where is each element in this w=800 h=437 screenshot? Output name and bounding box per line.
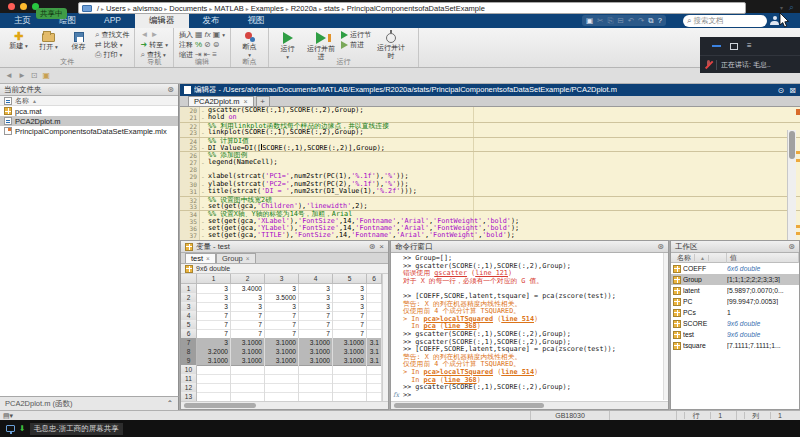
compare-button[interactable]: ⇄比较▾ [95,40,129,49]
column-header[interactable]: 1 [197,274,231,284]
advance-button[interactable]: 前进 [341,40,371,49]
back-icon[interactable]: ◄ [5,71,13,80]
table-row[interactable]: 12 [181,383,382,392]
panel-menu-icon[interactable]: ⊛ [788,242,795,251]
workspace-column-headers[interactable]: 名称 ▲ 值 [671,253,799,263]
table-row[interactable]: 133.4000333 [181,284,382,293]
workspace-row[interactable]: latent[5.9897;0.0070;0... [671,285,799,296]
grid-cell[interactable] [197,392,231,401]
browse-icon[interactable]: ⊡ [31,71,38,80]
profile-icon[interactable] [770,16,779,25]
table-row[interactable]: 83.20003.10003.10003.10003.10003.1 [181,347,382,356]
workspace-row[interactable]: SCORE9x6 double [671,318,799,329]
up-folder-icon[interactable]: ▣ [43,71,51,80]
save-button[interactable]: 保存 [65,30,92,51]
scrollbar-thumb[interactable] [394,403,544,408]
workspace-row[interactable]: COEFF6x6 double [671,263,799,274]
command-vscrollbar[interactable] [663,253,668,400]
workspace-row[interactable]: tsquare[7.1111;7.1111;1... [671,340,799,351]
message-indicator[interactable] [796,109,800,115]
workspace-row[interactable]: PC[99.9947;0.0053] [671,296,799,307]
window-mode-icon[interactable] [730,43,738,50]
tab-apps[interactable]: APP [90,13,135,28]
cut-icon[interactable]: ✂ [597,15,603,26]
share-text[interactable]: 毛息忠-浙工商的屏幕共享 [30,423,123,435]
run-time-button[interactable]: 运行并计时 [374,30,408,59]
scrollbar-thumb[interactable] [184,403,256,408]
variables-hscrollbar[interactable] [181,401,388,409]
close-icon[interactable]: × [379,242,384,251]
column-header[interactable]: 5 [333,274,367,284]
panel-menu-icon[interactable]: ⊛ [369,242,376,251]
mic-muted-icon[interactable] [705,60,712,69]
tab-publish[interactable]: 发布 [189,13,234,28]
goto-button[interactable]: ➜转至▾ [140,40,167,49]
breadcrumb-segment[interactable]: R2020a [291,4,317,13]
breadcrumb-segment[interactable]: PrincipalComponentsofaDataSetExample [347,4,485,13]
breadcrumb-segment[interactable]: MATLAB [214,4,243,13]
table-row[interactable]: 577777 [181,320,382,329]
warning-marker[interactable] [796,151,800,154]
comment-button[interactable]: 注释%⊘⊜ [179,40,225,49]
breadcrumb-segment[interactable]: Documents [169,4,207,13]
file-row[interactable]: PrincipalComponentsofaDataSetExample.mlx [0,126,178,136]
editor-header[interactable]: 编辑器 - /Users/alvismao/Documents/MATLAB/E… [180,84,800,96]
forward-icon[interactable]: ► [150,30,158,39]
copy-icon[interactable]: ⎘ [607,15,613,26]
insert-button[interactable]: 插入▦fx▣▾ [179,30,225,39]
gear-icon[interactable]: ⊙ [778,86,785,95]
column-header[interactable]: 4 [299,274,333,284]
file-row[interactable]: pca.mat [0,106,178,116]
editor-tab[interactable]: PCA2Dplot.m × [188,96,254,106]
breadcrumb-segment[interactable]: / [97,4,99,13]
table-row[interactable]: 2333.500033 [181,293,382,302]
tab-view[interactable]: 视图 [234,13,279,28]
file-details-bar[interactable]: PCA2Dplot.m (函数) ⌃ [0,396,179,410]
table-row[interactable]: 733.10003.10003.10003.10003.1 [181,338,382,347]
table-row[interactable]: 333333 [181,302,382,311]
stack-link[interactable]: line 514 [501,315,534,323]
scrollbar-thumb[interactable] [789,131,795,159]
close-icon[interactable]: × [243,98,247,105]
warning-marker[interactable] [796,159,800,162]
paste-icon[interactable]: ⊟ [617,15,623,26]
search-folder-icon[interactable]: ⌕ [789,2,794,13]
breadcrumb-segment[interactable]: Users [106,4,126,13]
breadcrumb-segment[interactable]: stats [324,4,340,13]
warning-marker[interactable] [796,225,800,228]
workspace-row[interactable]: Group[1;1;1;2;2;2;3;3;3] [671,274,799,285]
command-hscrollbar[interactable] [391,401,668,409]
file-list-header[interactable]: 名称 ▲ [0,96,178,106]
editor-code[interactable]: 20-gscatter(SCORE(:,1),SCORE(:,2),Group)… [180,107,800,240]
save-icon[interactable]: ▣ [586,15,593,26]
table-row[interactable]: 13 [181,392,382,401]
close-icon[interactable]: × [246,255,250,262]
grid-cell[interactable] [299,392,333,401]
run-section-button[interactable]: 运行节 [341,30,371,39]
collapse-up-icon[interactable]: ⌃ [167,399,173,408]
warning-marker[interactable] [796,232,800,235]
participant-list-icon[interactable]: ≡ [747,42,752,50]
workspace-row[interactable]: PCs1 [671,307,799,318]
new-tab-button[interactable]: + [256,96,270,106]
breadcrumb-field[interactable]: /▸Users▸alvismao▸Documents▸MATLAB▸Exampl… [78,2,746,14]
chevron-down-icon[interactable]: ▾ [780,4,783,11]
command-window-header[interactable]: 命令行窗口 ⊛ [391,241,668,253]
grid-cell[interactable] [367,392,382,401]
workspace-header[interactable]: 工作区 ⊛ [671,241,799,253]
command-output[interactable]: >> Group=[];>> gscatter(SCORE(:,1),SCORE… [391,253,664,400]
stack-link[interactable]: line 514 [501,368,534,376]
table-row[interactable]: 10 [181,365,382,374]
grid-cell[interactable] [333,392,367,401]
table-row[interactable]: 677777 [181,329,382,338]
find-files-button[interactable]: ⌕查找文件 [95,30,129,39]
breakpoints-button[interactable]: 断点▾ [236,30,263,59]
doc-search-box[interactable]: ⌕ 搜索文档 [683,15,767,27]
editor-scrollbar[interactable] [787,130,796,240]
row-header[interactable]: 13 [181,392,197,401]
grid-cell[interactable] [231,392,265,401]
file-row[interactable]: PCA2Dplot.m [0,116,178,126]
back-icon[interactable]: ◄ [140,30,148,39]
run-advance-button[interactable]: 运行并前进 [304,30,338,60]
grid-cell[interactable] [265,392,299,401]
